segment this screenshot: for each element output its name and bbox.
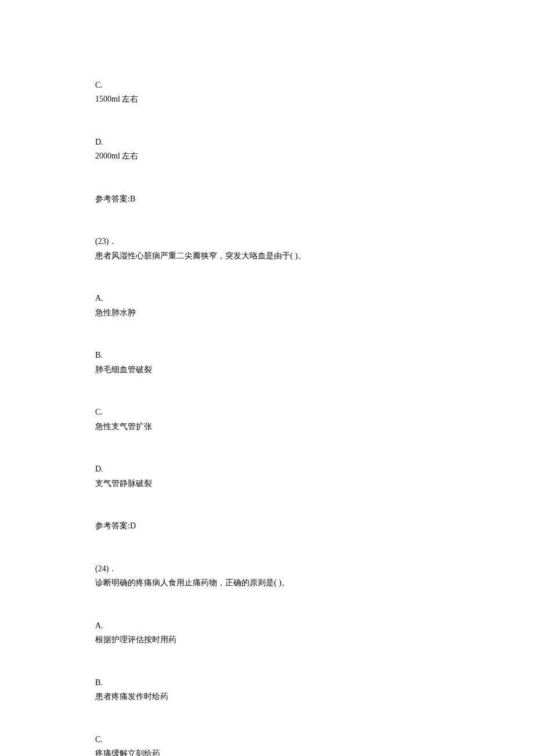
option-letter: C. xyxy=(95,408,103,416)
option-letter: C. xyxy=(95,735,103,744)
option-letter: D. xyxy=(95,138,103,146)
option-line: D. 支气管静脉破裂 xyxy=(87,448,447,505)
answer-value: D xyxy=(130,521,136,530)
option-text: 疼痛缓解立刻给药 xyxy=(95,749,160,756)
option-text: 支气管静脉破裂 xyxy=(95,479,152,488)
answer-label: 参考答案: xyxy=(95,521,130,530)
question-stem: (24)． 诊断明确的疼痛病人食用止痛药物，正确的原则是( )。 xyxy=(87,548,447,604)
question-number: (24) xyxy=(95,564,109,573)
option-text: 1500ml 左右 xyxy=(95,95,138,103)
answer-line: 参考答案:D xyxy=(87,505,447,548)
option-letter: A. xyxy=(95,294,103,303)
option-line: C. 1500ml 左右 xyxy=(87,64,447,121)
option-line: C. 急性支气管扩张 xyxy=(87,391,447,448)
answer-line: 参考答案:B xyxy=(87,178,447,221)
option-text: 急性肺水肿 xyxy=(95,308,136,317)
option-text: 2000ml 左右 xyxy=(95,152,138,160)
option-text: 患者疼痛发作时给药 xyxy=(95,692,168,701)
option-text: 急性支气管扩张 xyxy=(95,422,152,431)
option-line: C. 疼痛缓解立刻给药 xyxy=(87,718,447,756)
option-letter: C. xyxy=(95,81,103,89)
option-letter: D. xyxy=(95,465,103,473)
question-text: 诊断明确的疼痛病人食用止痛药物，正确的原则是( )。 xyxy=(95,578,290,587)
option-line: D. 2000ml 左右 xyxy=(87,121,447,178)
question-stem: (23)． 患者风湿性心脏病严重二尖瓣狭窄，突发大咯血是由于( )。 xyxy=(87,221,447,278)
option-text: 根据护理评估按时用药 xyxy=(95,635,176,644)
option-letter: A. xyxy=(95,621,103,630)
option-line: A. 急性肺水肿 xyxy=(87,278,447,334)
option-line: B. 患者疼痛发作时给药 xyxy=(87,661,447,718)
option-letter: B. xyxy=(95,678,103,687)
answer-value: B xyxy=(130,195,135,203)
question-text: 患者风湿性心脏病严重二尖瓣狭窄，突发大咯血是由于( )。 xyxy=(95,251,306,260)
document-page: C. 1500ml 左右 D. 2000ml 左右 参考答案:B (23)． 患… xyxy=(0,0,534,756)
option-line: B. 肺毛细血管破裂 xyxy=(87,334,447,391)
answer-label: 参考答案: xyxy=(95,195,130,203)
option-text: 肺毛细血管破裂 xyxy=(95,365,152,374)
question-number: (23) xyxy=(95,237,109,246)
option-letter: B. xyxy=(95,351,103,359)
option-line: A. 根据护理评估按时用药 xyxy=(87,604,447,661)
